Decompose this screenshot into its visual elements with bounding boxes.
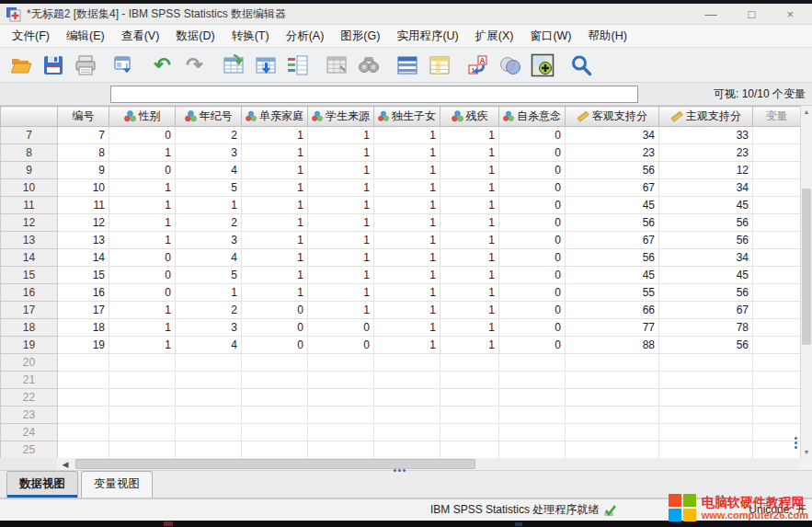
data-cell[interactable] bbox=[659, 372, 753, 389]
vertical-pane-splitter[interactable] bbox=[795, 437, 797, 449]
column-header-7[interactable]: 残疾 bbox=[440, 107, 499, 127]
data-cell[interactable]: 0 bbox=[109, 162, 176, 179]
menu-item-transform[interactable]: 转换(T) bbox=[223, 26, 278, 47]
data-cell[interactable]: 56 bbox=[566, 249, 659, 267]
row-number-cell[interactable]: 13 bbox=[1, 232, 58, 249]
data-cell[interactable]: 2 bbox=[176, 127, 242, 144]
data-cell[interactable] bbox=[440, 407, 499, 424]
data-cell[interactable]: 1 bbox=[440, 302, 499, 319]
data-cell[interactable]: 0 bbox=[109, 284, 176, 302]
data-cell[interactable]: 1 bbox=[242, 162, 308, 179]
data-cell[interactable]: 1 bbox=[109, 337, 176, 354]
data-cell[interactable]: 1 bbox=[176, 284, 242, 302]
data-cell[interactable]: 16 bbox=[58, 284, 109, 302]
data-cell[interactable]: 55 bbox=[566, 284, 659, 302]
data-cell[interactable]: 0 bbox=[109, 267, 176, 284]
data-cell[interactable]: 45 bbox=[566, 197, 659, 214]
data-cell[interactable]: 1 bbox=[440, 337, 499, 354]
data-cell[interactable]: 77 bbox=[566, 319, 659, 337]
column-header-3[interactable]: 年纪号 bbox=[176, 107, 242, 127]
row-number-cell[interactable]: 15 bbox=[1, 267, 58, 284]
menu-item-data[interactable]: 数据(D) bbox=[167, 26, 223, 47]
data-cell[interactable] bbox=[753, 354, 801, 372]
column-header-5[interactable]: 学生来源 bbox=[308, 107, 374, 127]
data-cell[interactable] bbox=[374, 441, 440, 459]
data-cell[interactable] bbox=[499, 354, 566, 372]
goto-variable-icon[interactable] bbox=[249, 51, 281, 80]
data-cell[interactable] bbox=[308, 424, 374, 441]
data-cell[interactable] bbox=[242, 389, 308, 407]
data-cell[interactable] bbox=[753, 441, 801, 459]
use-variable-sets-icon[interactable] bbox=[494, 51, 526, 80]
tab-data-view[interactable]: 数据视图 bbox=[6, 471, 78, 498]
data-cell[interactable] bbox=[109, 424, 176, 441]
data-cell[interactable] bbox=[440, 372, 499, 389]
data-cell[interactable]: 33 bbox=[659, 127, 753, 144]
data-cell[interactable] bbox=[499, 372, 566, 389]
data-cell[interactable]: 0 bbox=[499, 337, 566, 354]
data-cell[interactable]: 1 bbox=[440, 179, 499, 197]
data-cell[interactable]: 13 bbox=[58, 232, 109, 249]
data-cell[interactable] bbox=[308, 372, 374, 389]
menu-item-help[interactable]: 帮助(H) bbox=[580, 26, 635, 47]
data-cell[interactable] bbox=[753, 284, 801, 302]
data-cell[interactable]: 4 bbox=[176, 249, 242, 267]
data-cell[interactable]: 1 bbox=[308, 127, 374, 144]
data-cell[interactable] bbox=[242, 372, 308, 389]
data-cell[interactable] bbox=[753, 214, 801, 232]
data-cell[interactable]: 4 bbox=[176, 162, 242, 179]
data-cell[interactable]: 1 bbox=[374, 127, 440, 144]
data-cell[interactable]: 1 bbox=[440, 144, 499, 162]
data-cell[interactable] bbox=[374, 372, 440, 389]
data-cell[interactable] bbox=[753, 424, 801, 441]
data-cell[interactable]: 1 bbox=[374, 267, 440, 284]
row-number-cell[interactable]: 14 bbox=[1, 249, 58, 267]
data-cell[interactable] bbox=[109, 372, 176, 389]
data-cell[interactable]: 1 bbox=[308, 179, 374, 197]
maximize-button[interactable]: □ bbox=[749, 8, 756, 20]
data-cell[interactable]: 9 bbox=[58, 162, 109, 179]
save-icon[interactable] bbox=[37, 51, 69, 80]
data-cell[interactable]: 0 bbox=[499, 197, 566, 214]
data-cell[interactable]: 1 bbox=[440, 284, 499, 302]
row-number-cell[interactable]: 22 bbox=[1, 389, 58, 407]
menu-item-utilities[interactable]: 实用程序(U) bbox=[388, 26, 466, 47]
data-cell[interactable]: 0 bbox=[499, 302, 566, 319]
data-cell[interactable]: 1 bbox=[242, 197, 308, 214]
data-cell[interactable] bbox=[566, 441, 659, 459]
search-icon[interactable] bbox=[565, 51, 597, 80]
scroll-up-icon[interactable]: ▲ bbox=[801, 106, 812, 118]
column-header-4[interactable]: 单亲家庭 bbox=[242, 107, 308, 127]
data-cell[interactable]: 0 bbox=[109, 127, 176, 144]
data-cell[interactable]: 56 bbox=[659, 214, 753, 232]
data-cell[interactable]: 0 bbox=[499, 319, 566, 337]
undo-icon[interactable]: ↶ bbox=[146, 51, 178, 80]
row-number-cell[interactable]: 18 bbox=[1, 319, 58, 337]
redo-icon[interactable]: ↷ bbox=[178, 51, 211, 80]
data-cell[interactable] bbox=[753, 144, 801, 162]
show-all-variables-icon[interactable] bbox=[526, 51, 558, 80]
data-cell[interactable]: 0 bbox=[109, 249, 176, 267]
data-cell[interactable] bbox=[753, 337, 801, 354]
data-cell[interactable]: 1 bbox=[109, 197, 176, 214]
data-cell[interactable] bbox=[176, 389, 242, 407]
data-cell[interactable]: 1 bbox=[308, 302, 374, 319]
row-number-cell[interactable]: 20 bbox=[1, 354, 58, 372]
data-cell[interactable]: 1 bbox=[109, 144, 176, 162]
row-number-cell[interactable]: 19 bbox=[1, 337, 58, 354]
data-cell[interactable]: 1 bbox=[440, 197, 499, 214]
data-cell[interactable]: 1 bbox=[374, 179, 440, 197]
data-cell[interactable]: 15 bbox=[58, 267, 109, 284]
data-cell[interactable] bbox=[176, 372, 242, 389]
data-cell[interactable] bbox=[566, 372, 659, 389]
data-cell[interactable]: 1 bbox=[440, 162, 499, 179]
row-number-cell[interactable]: 12 bbox=[1, 214, 58, 232]
data-cell[interactable] bbox=[109, 389, 176, 407]
data-cell[interactable] bbox=[753, 389, 801, 407]
data-cell[interactable]: 2 bbox=[176, 214, 242, 232]
data-cell[interactable]: 23 bbox=[659, 144, 753, 162]
find-icon[interactable] bbox=[352, 51, 384, 80]
data-cell[interactable]: 1 bbox=[374, 319, 440, 337]
menu-item-graphs[interactable]: 图形(G) bbox=[332, 26, 388, 47]
value-labels-icon[interactable]: 1A bbox=[462, 51, 494, 80]
